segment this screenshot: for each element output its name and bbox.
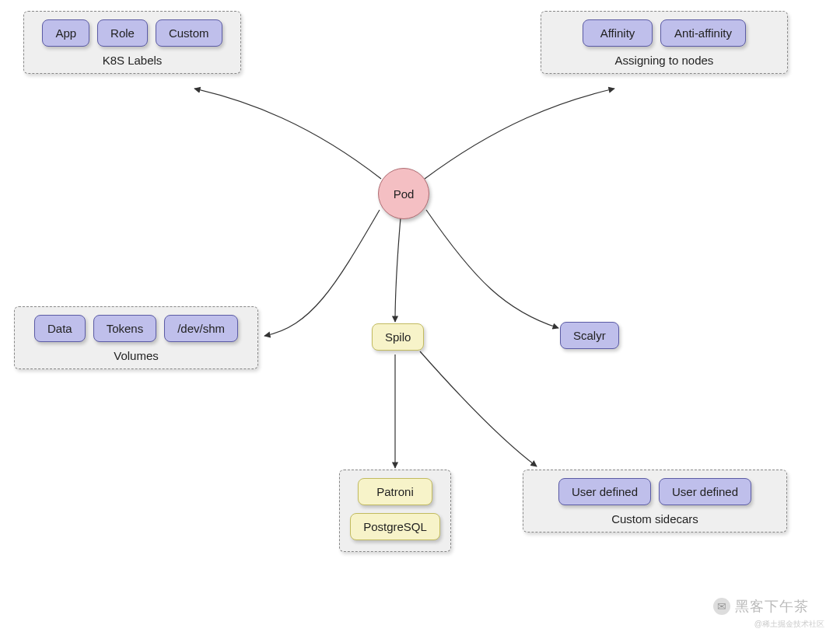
node-scalyr: Scalyr — [560, 322, 619, 349]
caption-volumes: Volumes — [15, 349, 257, 362]
watermark: ✉ 黑客下午茶 — [713, 597, 809, 616]
node-user-defined-1: User defined — [558, 478, 651, 505]
group-assigning: Affinity Anti-affinity Assigning to node… — [541, 11, 788, 74]
group-k8s-labels: App Role Custom K8S Labels — [23, 11, 241, 74]
node-custom: Custom — [156, 19, 222, 47]
caption-k8s-labels: K8S Labels — [24, 54, 240, 67]
node-patroni: Patroni — [358, 478, 432, 505]
pod-label: Pod — [394, 187, 415, 201]
caption-sidecars: Custom sidecars — [523, 512, 786, 526]
node-anti-affinity: Anti-affinity — [660, 19, 746, 47]
pod-node: Pod — [378, 168, 429, 219]
node-user-defined-2: User defined — [659, 478, 751, 505]
group-volumes: Data Tokens /dev/shm Volumes — [14, 306, 258, 369]
node-devshm: /dev/shm — [164, 315, 238, 342]
chat-icon: ✉ — [713, 598, 730, 615]
group-sidecars: User defined User defined Custom sidecar… — [523, 470, 787, 532]
node-data: Data — [34, 315, 86, 342]
group-spilo-internals: Patroni PostgreSQL — [339, 470, 451, 552]
watermark-text: 黑客下午茶 — [735, 597, 809, 616]
node-tokens: Tokens — [93, 315, 157, 342]
node-role: Role — [97, 19, 148, 47]
node-spilo: Spilo — [372, 323, 424, 351]
node-postgresql: PostgreSQL — [350, 513, 440, 540]
node-app: App — [42, 19, 89, 47]
node-affinity: Affinity — [583, 19, 653, 47]
caption-assigning: Assigning to nodes — [541, 54, 787, 67]
subwatermark: @稀土掘金技术社区 — [754, 619, 824, 630]
